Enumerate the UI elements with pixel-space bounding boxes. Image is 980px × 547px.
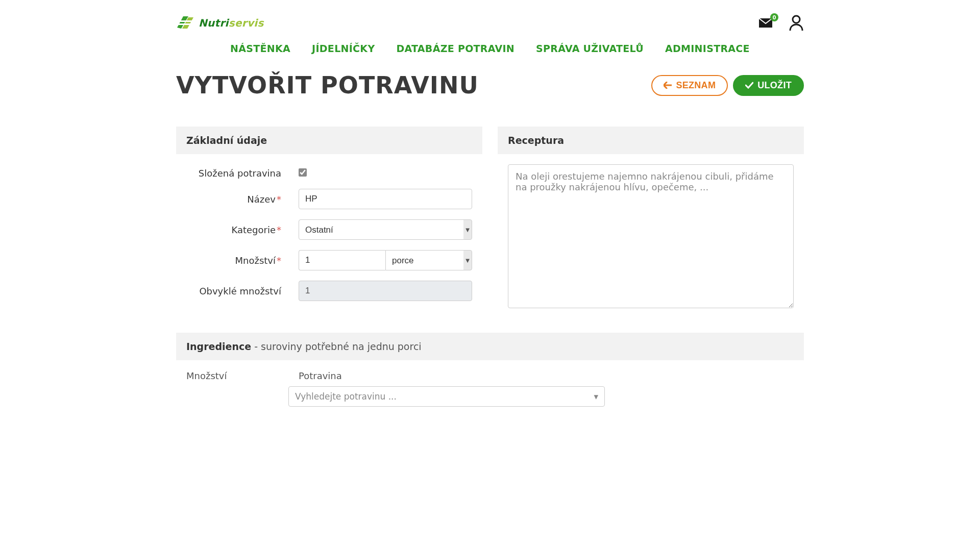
- chevron-down-icon: ▾: [594, 391, 598, 402]
- logo[interactable]: Nutriservis: [176, 14, 264, 32]
- nav-admin[interactable]: ADMINISTRACE: [665, 43, 750, 54]
- recipe-panel: Receptura: [498, 127, 804, 320]
- category-label: Kategorie*: [176, 225, 299, 235]
- svg-rect-1: [176, 23, 194, 25]
- nav-food-db[interactable]: DATABÁZE POTRAVIN: [396, 43, 514, 54]
- page-header: VYTVOŘIT POTRAVINU SEZNAM ULOŽIT: [176, 71, 804, 99]
- recipe-textarea[interactable]: [508, 164, 794, 308]
- arrow-left-icon: [664, 82, 672, 89]
- food-search-placeholder: Vyhledejte potravinu ...: [295, 391, 397, 402]
- messages-badge: 0: [770, 13, 778, 21]
- category-select[interactable]: Ostatní: [299, 219, 472, 240]
- logo-icon: [176, 14, 195, 32]
- recipe-panel-header: Receptura: [498, 127, 804, 154]
- nav-dashboard[interactable]: NÁSTĚNKA: [230, 43, 290, 54]
- name-label: Název*: [176, 194, 299, 205]
- logo-text: Nutriservis: [199, 17, 264, 29]
- basic-panel: Základní údaje Složená potravina Název* …: [176, 127, 482, 320]
- ingredients-panel: Ingredience - suroviny potřebné na jednu…: [176, 333, 804, 410]
- unit-select[interactable]: porce: [385, 250, 472, 270]
- user-icon: [789, 15, 804, 31]
- nav-users[interactable]: SPRÁVA UŽIVATELŮ: [536, 43, 644, 54]
- usual-amount-label: Obvyklé množství: [176, 286, 299, 296]
- compound-label: Složená potravina: [176, 168, 299, 179]
- ingredients-col-amount: Množství: [186, 370, 288, 381]
- usual-amount-input: [299, 281, 472, 301]
- ingredients-header-strong: Ingredience: [186, 341, 251, 352]
- amount-input[interactable]: [299, 250, 385, 270]
- user-menu[interactable]: [789, 15, 804, 31]
- save-button[interactable]: ULOŽIT: [733, 75, 804, 96]
- basic-panel-header: Základní údaje: [176, 127, 482, 154]
- topbar: Nutriservis 0: [176, 14, 804, 32]
- nav-mealplans[interactable]: JÍDELNÍČKY: [312, 43, 375, 54]
- save-button-label: ULOŽIT: [757, 80, 792, 91]
- page-title: VYTVOŘIT POTRAVINU: [176, 71, 479, 99]
- ingredients-panel-header: Ingredience - suroviny potřebné na jednu…: [176, 333, 804, 360]
- ingredients-col-food: Potravina: [299, 370, 794, 381]
- ingredients-header-sub: - suroviny potřebné na jednu porci: [251, 341, 421, 352]
- main-nav: NÁSTĚNKA JÍDELNÍČKY DATABÁZE POTRAVIN SP…: [176, 43, 804, 54]
- list-button-label: SEZNAM: [676, 80, 716, 91]
- check-icon: [745, 82, 753, 89]
- name-input[interactable]: [299, 189, 472, 209]
- svg-rect-0: [176, 20, 194, 22]
- compound-checkbox[interactable]: [299, 168, 307, 177]
- svg-point-2: [793, 16, 800, 23]
- messages-button[interactable]: 0: [758, 17, 773, 29]
- food-search-combobox[interactable]: Vyhledejte potravinu ... ▾: [288, 386, 605, 407]
- amount-label: Množství*: [176, 255, 299, 266]
- list-button[interactable]: SEZNAM: [651, 75, 728, 96]
